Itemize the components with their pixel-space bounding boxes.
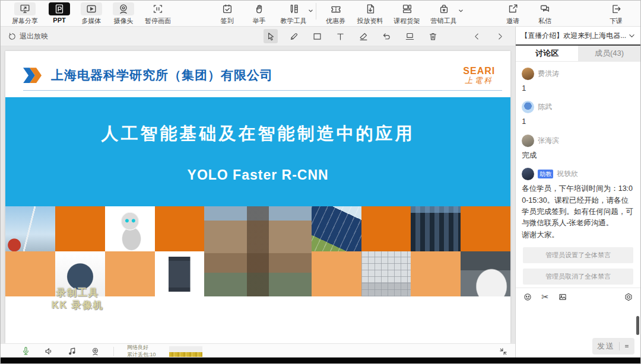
board-tool-button[interactable] (402, 29, 417, 43)
eraser-tool-button[interactable] (356, 29, 370, 43)
pen-tool-button[interactable] (287, 29, 301, 43)
pause-screen-label: 暂停画面 (145, 17, 171, 25)
trash-icon (428, 31, 438, 41)
invite-button[interactable]: 邀请 (497, 1, 529, 27)
photo-emc-chamber (361, 251, 411, 296)
rectangle-tool-button[interactable] (310, 29, 324, 43)
tab-members[interactable]: 成员(43) (578, 46, 640, 61)
end-class-button[interactable]: 下课 (600, 1, 632, 27)
logo-text: SEARI (463, 66, 495, 76)
photo-circuit-breaker (155, 251, 205, 296)
sender-name: 陈武 (538, 102, 552, 112)
marketing-tools-icon (433, 2, 455, 15)
slide-subtitle: YOLO Faster R-CNN (188, 167, 329, 183)
course-shelf-icon (396, 2, 418, 15)
exit-presentation-button[interactable]: 退出放映 (1, 31, 48, 41)
system-message: 管理员取消了全体禁言 (523, 269, 633, 285)
photo-electric-car (461, 251, 510, 296)
pause-screen-button[interactable]: 暂停画面 (139, 1, 176, 27)
title-banner: 人工智能基础及在智能制造中的应用 YOLO Faster R-CNN (5, 97, 510, 206)
toolbar-left-group: 屏幕分享 PPT 多媒体 摄像头 (7, 1, 176, 27)
main-area: 退出放映 (1, 27, 516, 359)
ppt-icon (49, 2, 70, 15)
raise-hand-button[interactable]: 举手 (243, 1, 275, 27)
send-row: 发送 (516, 336, 640, 359)
music-icon[interactable] (67, 346, 77, 356)
invite-icon (502, 2, 523, 15)
tab-discussion[interactable]: 讨论区 (516, 46, 578, 61)
collapse-button[interactable] (499, 347, 508, 356)
sign-in-icon (217, 2, 238, 15)
send-options-icon[interactable] (624, 343, 630, 349)
slide-title: 人工智能基础及在智能制造中的应用 (101, 122, 415, 146)
top-toolbar: 屏幕分享 PPT 多媒体 摄像头 (1, 1, 640, 27)
settings-icon[interactable] (624, 292, 633, 302)
avatar (522, 135, 534, 147)
message-list[interactable]: 费洪涛 1 陈武 1 张海滨 完成 (516, 62, 640, 288)
screen-share-button[interactable]: 屏幕分享 (7, 1, 43, 27)
marketing-tools-button[interactable]: 营销工具 (426, 1, 462, 27)
draw-tools (264, 29, 507, 43)
company-name: 上海电器科学研究所（集团）有限公司 (51, 67, 273, 84)
live-intro-header[interactable]: 【直播介绍】欢迎来到上海电器... (516, 27, 640, 46)
cursor-tool-button[interactable] (264, 29, 278, 43)
screen-share-label: 屏幕分享 (12, 17, 38, 25)
chat-input[interactable] (516, 305, 640, 336)
emoji-icon[interactable] (523, 292, 532, 302)
camera-button[interactable]: 摄像头 (107, 1, 139, 27)
toolbar-divider (316, 3, 316, 20)
network-chart-bars (169, 352, 202, 357)
sign-in-button[interactable]: 签到 (211, 1, 243, 27)
system-message: 管理员设置了全体禁言 (523, 247, 633, 263)
next-page-button[interactable] (493, 29, 507, 43)
multimedia-label: 多媒体 (82, 17, 101, 25)
marketing-tools-label: 营销工具 (431, 17, 457, 25)
cursor-icon (266, 31, 276, 41)
chat-message: 陈武 1 (522, 101, 634, 127)
send-divider (619, 342, 620, 350)
chat-message: 助教 祝轶欣 各位学员，下午培训时间为：13:00-15:30。课程已经开始，请… (522, 168, 634, 241)
raise-hand-label: 举手 (253, 17, 266, 25)
avatar (522, 168, 534, 180)
teaching-tools-button[interactable]: 教学工具 (275, 1, 312, 27)
trash-tool-button[interactable] (426, 29, 440, 43)
ppt-button[interactable]: PPT (43, 1, 75, 25)
image-icon[interactable] (558, 292, 567, 302)
send-button[interactable]: 发送 (592, 338, 634, 355)
assistant-badge: 助教 (538, 170, 553, 178)
coupon-button[interactable]: 优惠券 (320, 1, 352, 27)
chat-sidebar: 【直播介绍】欢迎来到上海电器... 讨论区 成员(43) 费洪涛 1 (516, 27, 640, 359)
scissors-icon[interactable]: ✂ (541, 292, 549, 301)
microphone-icon[interactable] (21, 346, 31, 356)
chat-scrollbar[interactable] (636, 316, 639, 335)
sender-name: 张海滨 (538, 136, 559, 146)
materials-button[interactable]: 投放资料 (352, 1, 389, 27)
exit-presentation-icon (8, 32, 17, 41)
undo-icon (382, 31, 392, 41)
prev-page-button[interactable] (469, 29, 484, 43)
header-underline (23, 90, 502, 91)
private-message-button[interactable]: 私信 (529, 1, 561, 27)
sender-name: 祝轶欣 (557, 169, 578, 179)
message-text: 1 (522, 83, 634, 94)
status-bar: 网络良好 累计丢包:10 (1, 343, 515, 359)
screen-share-icon (14, 2, 36, 15)
undo-tool-button[interactable] (379, 29, 394, 43)
eraser-icon (358, 31, 369, 41)
slide-header: 上海电器科学研究所（集团）有限公司 SEARI 上電科 (5, 51, 510, 84)
camera-label: 摄像头 (114, 17, 134, 25)
multimedia-button[interactable]: 多媒体 (75, 1, 107, 27)
text-tool-button[interactable] (333, 29, 347, 43)
speaker-icon[interactable] (44, 346, 54, 356)
end-class-label: 下课 (610, 17, 623, 25)
avatar (522, 68, 534, 80)
slide[interactable]: 上海电器科学研究所（集团）有限公司 SEARI 上電科 人工智能基础及在智能制造… (5, 51, 510, 343)
chevron-right-icon (496, 32, 504, 41)
logo-subtext: 上電科 (463, 76, 495, 85)
app-window: 屏幕分享 PPT 多媒体 摄像头 (0, 0, 641, 364)
course-shelf-button[interactable]: 课程货架 (389, 1, 426, 27)
webcam-icon[interactable] (90, 346, 100, 356)
message-header: 张海滨 (522, 135, 634, 147)
orange-tile (361, 206, 411, 251)
main-row: 退出放映 (1, 27, 640, 359)
